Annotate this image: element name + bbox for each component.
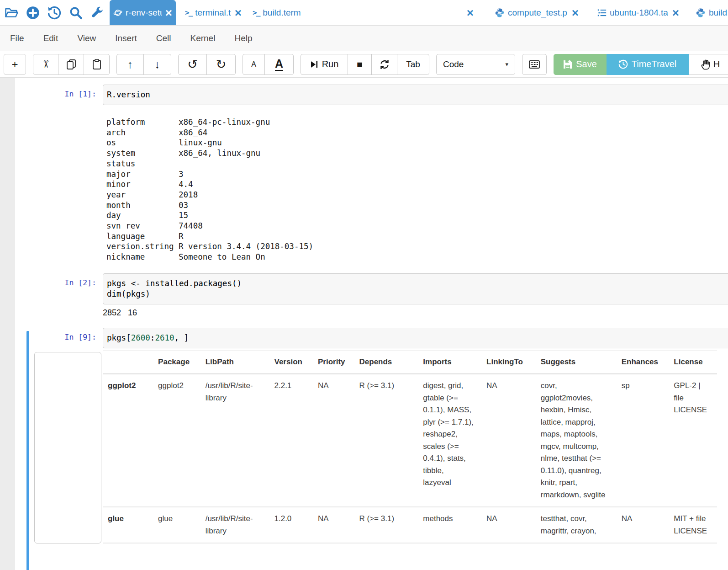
- run-cell-button[interactable]: Run: [301, 54, 348, 75]
- move-cell-up-button[interactable]: ↑: [116, 54, 144, 75]
- decrease-font-button[interactable]: A: [243, 54, 265, 75]
- col-header: Priority: [313, 350, 355, 374]
- input-prompt: In [1]:: [64, 90, 96, 98]
- tab-label: build.term: [263, 8, 301, 18]
- menu-file[interactable]: File: [0, 33, 34, 43]
- cell-depends: R (>= 3.1): [355, 507, 419, 543]
- menu-view[interactable]: View: [68, 33, 106, 43]
- tab-label: compute_test.p: [508, 8, 567, 18]
- tab-terminal-term[interactable]: >_ terminal.term ×: [181, 0, 245, 25]
- code-cell-3-selected: In [9]: pkgs[2600:2610, ]: [15, 328, 728, 544]
- cell-type-select[interactable]: Code ▾: [436, 54, 515, 75]
- menu-insert[interactable]: Insert: [106, 33, 147, 43]
- search-icon[interactable]: [69, 6, 83, 20]
- code-text: pkgs[: [107, 333, 131, 342]
- move-cell-down-button[interactable]: ↓: [144, 54, 171, 75]
- undo-button[interactable]: ↺: [178, 54, 207, 75]
- tab-ubuntu-1804[interactable]: ubuntu-1804.ta ×: [594, 0, 683, 25]
- table-row: glue glue /usr/lib/R/site-library 1.2.0 …: [103, 507, 717, 543]
- notebook-menubar: File Edit View Insert Cell Kernel Help: [0, 26, 728, 51]
- close-icon[interactable]: ×: [165, 7, 172, 19]
- redo-button[interactable]: ↻: [207, 54, 236, 75]
- tab-complete-button[interactable]: Tab: [397, 54, 429, 75]
- menu-cell[interactable]: Cell: [147, 33, 181, 43]
- add-cell-button[interactable]: +: [4, 54, 26, 75]
- timetravel-button[interactable]: TimeTravel: [607, 54, 689, 75]
- halt-button[interactable]: H: [689, 54, 728, 75]
- cell-suggests: testthat, covr, magrittr, crayon,: [536, 507, 617, 543]
- interrupt-kernel-button[interactable]: ■: [348, 54, 372, 75]
- floppy-disk-icon: [563, 60, 572, 69]
- timetravel-label: TimeTravel: [632, 59, 677, 69]
- close-icon[interactable]: ×: [672, 7, 679, 19]
- terminal-icon: >_: [185, 8, 192, 17]
- tab-compute-test[interactable]: compute_test.p ×: [491, 0, 582, 25]
- r-version-output: platform x86_64-pc-linux-gnu arch x86_64…: [106, 117, 313, 262]
- keyboard-icon: [529, 60, 540, 69]
- jupyter-icon: [113, 8, 122, 17]
- input-prompt: In [2]:: [64, 278, 96, 287]
- tab-build-py[interactable]: build.py ×: [692, 0, 728, 25]
- cell-enhances: NA: [617, 507, 670, 543]
- cell-imports: methods: [418, 507, 482, 543]
- tab-build-term[interactable]: >_ build.term ×: [249, 0, 477, 25]
- copy-icon: [66, 59, 76, 70]
- packages-table: Package LibPath Version Priority Depends…: [103, 350, 717, 544]
- cell-1-output-row: platform x86_64-pc-linux-gnu arch x86_64…: [15, 105, 728, 262]
- notebook-toolbar: + ✂ ↑ ↓ ↺ ↻ A A Run ■ Tab Code: [0, 51, 728, 78]
- python-icon: [495, 8, 505, 18]
- cell-license: MIT + file LICENSE: [669, 507, 717, 543]
- col-header: Enhances: [617, 350, 670, 374]
- row-name: ggplot2: [103, 374, 154, 507]
- dataframe-output: Package LibPath Version Priority Depends…: [103, 348, 717, 544]
- keyboard-shortcuts-button[interactable]: [522, 54, 547, 75]
- arrow-down-icon: ↓: [155, 58, 160, 71]
- close-icon[interactable]: ×: [235, 7, 242, 19]
- col-header: Package: [153, 350, 201, 374]
- menu-help[interactable]: Help: [225, 33, 262, 43]
- cut-cell-button[interactable]: ✂: [33, 54, 58, 75]
- top-tab-bar: r-env-setup.ipyr × >_ terminal.term × >_…: [0, 0, 728, 26]
- menu-kernel[interactable]: Kernel: [180, 33, 225, 43]
- step-forward-icon: [310, 60, 318, 69]
- history-icon[interactable]: [47, 6, 61, 20]
- cell-type-value: Code: [443, 59, 464, 69]
- code-text: R.version: [107, 90, 728, 100]
- code-input[interactable]: pkgs <- installed.packages() dim(pkgs): [103, 273, 728, 304]
- cell-libpath: /usr/lib/R/site-library: [201, 374, 270, 507]
- list-icon: [597, 8, 607, 17]
- col-header: LinkingTo: [482, 350, 536, 374]
- restart-kernel-button[interactable]: [372, 54, 397, 75]
- close-icon[interactable]: ×: [467, 7, 474, 19]
- cell-2-output-row: 2852 16: [15, 304, 728, 318]
- cell-depends: R (>= 3.1): [355, 374, 419, 507]
- cell-package: glue: [153, 507, 201, 543]
- code-input[interactable]: R.version: [103, 85, 728, 105]
- paste-cell-button[interactable]: [84, 54, 110, 75]
- cell-version: 1.2.0: [270, 507, 314, 543]
- tab-label: terminal.term: [195, 8, 231, 18]
- row-name: glue: [103, 507, 154, 543]
- cell-priority: NA: [313, 374, 355, 507]
- cell-imports: digest, grid, gtable (>= 0.1.1), MASS, p…: [418, 374, 482, 507]
- code-input[interactable]: pkgs[2600:2610, ]: [103, 328, 728, 348]
- dim-output: 2852 16: [103, 308, 137, 318]
- menu-edit[interactable]: Edit: [34, 33, 68, 43]
- redo-icon: ↻: [216, 57, 227, 72]
- plus-circle-icon[interactable]: [26, 6, 40, 20]
- undo-icon: ↺: [187, 57, 198, 72]
- left-margin-strip: [0, 78, 15, 570]
- col-header: Suggests: [536, 350, 617, 374]
- tab-label: ubuntu-1804.ta: [610, 8, 668, 18]
- wrench-icon[interactable]: [90, 6, 104, 20]
- tab-r-env-setup[interactable]: r-env-setup.ipyr ×: [110, 0, 176, 25]
- increase-font-button[interactable]: A: [265, 54, 294, 75]
- tab-label: Tab: [406, 59, 420, 69]
- open-folder-icon[interactable]: [5, 6, 18, 20]
- save-button[interactable]: Save: [554, 54, 607, 75]
- col-header: Version: [270, 350, 314, 374]
- close-icon[interactable]: ×: [572, 7, 579, 19]
- tab-label: r-env-setup.ipyr: [126, 8, 162, 18]
- halt-label: H: [713, 59, 720, 69]
- copy-cell-button[interactable]: [58, 54, 84, 75]
